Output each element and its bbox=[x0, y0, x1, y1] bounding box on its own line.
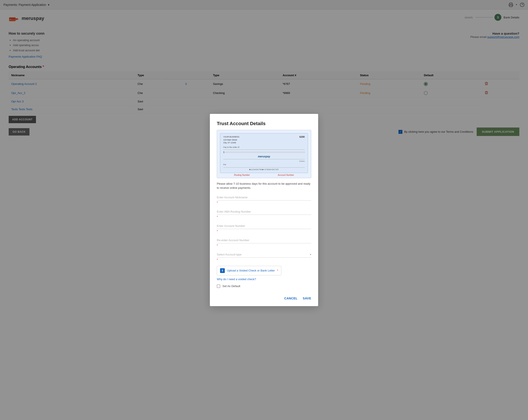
default-checkbox-row: Set As Default bbox=[217, 284, 311, 288]
account-label: Account Number bbox=[278, 174, 294, 176]
account-type-select[interactable]: Select Account type Checking Savings bbox=[217, 252, 311, 257]
account-type-select-wrapper: Select Account type Checking Savings ▾ bbox=[217, 252, 311, 258]
account-number-required: * bbox=[217, 230, 218, 233]
save-button[interactable]: SAVE bbox=[303, 297, 311, 300]
check-pay-line bbox=[223, 150, 305, 150]
trust-account-modal: Trust Account Details YOUR BUSINESS 123 … bbox=[210, 114, 318, 306]
voided-check-link[interactable]: Why do I need a voided check? bbox=[217, 278, 256, 281]
check-dollars-label: Dollars bbox=[223, 160, 305, 162]
check-amount-box bbox=[226, 152, 305, 153]
check-merus-text: meruspay bbox=[258, 155, 270, 158]
check-business-name: YOUR BUSINESS bbox=[223, 136, 239, 139]
set-as-default-label: Set As Default bbox=[222, 284, 240, 288]
set-as-default-checkbox[interactable] bbox=[217, 284, 220, 288]
routing-required: * bbox=[217, 215, 218, 218]
account-type-field: Select Account type Checking Savings ▾ * bbox=[217, 252, 311, 262]
modal-description: Please allow 7-10 business days for this… bbox=[217, 182, 311, 190]
reenter-account-field: * bbox=[217, 237, 311, 247]
cancel-button[interactable]: CANCEL bbox=[284, 297, 298, 300]
check-merus-logo: meruspay bbox=[223, 154, 305, 158]
reenter-required: * bbox=[217, 244, 218, 247]
modal-overlay: Trust Account Details YOUR BUSINESS 123 … bbox=[0, 0, 528, 420]
routing-input[interactable] bbox=[217, 209, 311, 215]
check-amount-line: $ bbox=[223, 151, 305, 153]
check-dollars-line bbox=[223, 159, 305, 159]
check-address: 123 Main Street bbox=[223, 139, 239, 141]
nickname-input[interactable] bbox=[217, 194, 311, 200]
routing-field: * bbox=[217, 209, 311, 219]
upload-icon bbox=[220, 268, 225, 273]
check-number: 6200 bbox=[300, 136, 305, 144]
account-number-field: * bbox=[217, 223, 311, 233]
nickname-required: * bbox=[217, 201, 218, 204]
check-pay-label: Pay to the order of bbox=[223, 146, 305, 148]
modal-actions: CANCEL SAVE bbox=[217, 293, 311, 300]
account-type-required: * bbox=[217, 258, 218, 261]
reenter-account-input[interactable] bbox=[217, 237, 311, 243]
modal-title: Trust Account Details bbox=[217, 121, 311, 127]
upload-voided-check-button[interactable]: Upload a Voided Check or Bank Letter * bbox=[217, 266, 281, 275]
check-for-label: For bbox=[223, 163, 305, 166]
check-city: City, ST 12345 bbox=[223, 141, 239, 144]
check-inner: YOUR BUSINESS 123 Main Street City, ST 1… bbox=[220, 133, 308, 173]
check-dollar-sign: $ bbox=[223, 151, 225, 153]
upload-label: Upload a Voided Check or Bank Letter bbox=[227, 269, 275, 272]
routing-label: Routing Number bbox=[234, 174, 250, 176]
check-image: YOUR BUSINESS 123 Main Street City, ST 1… bbox=[217, 130, 311, 178]
check-micr: ■123456789■ 67890•5673© bbox=[223, 168, 305, 171]
upload-required: * bbox=[277, 269, 278, 272]
account-number-input[interactable] bbox=[217, 223, 311, 229]
check-memo-line bbox=[223, 167, 305, 168]
check-labels: Routing Number Account Number bbox=[220, 174, 308, 176]
nickname-field: * bbox=[217, 194, 311, 204]
